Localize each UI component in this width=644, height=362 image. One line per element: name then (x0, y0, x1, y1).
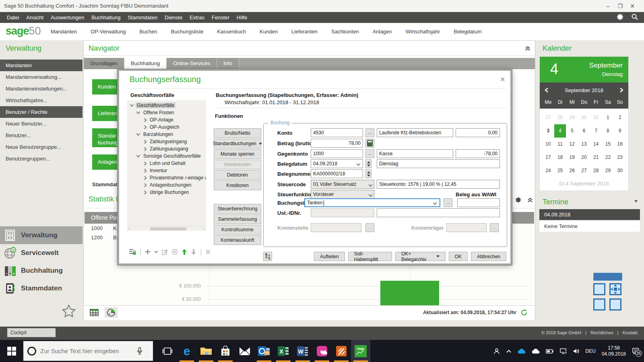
calendar-day[interactable]: 28 (590, 164, 602, 177)
belegdatum-datepicker[interactable]: 04.09.2018 (311, 159, 363, 168)
sidebar-item-benutzer-[interactable]: Benutzer... (0, 130, 83, 141)
nav-op-verwaltung[interactable]: OP-Verwaltung (91, 29, 126, 35)
menu-dienste[interactable]: Dienste (162, 13, 185, 22)
calendar-day[interactable]: 8 (602, 124, 614, 138)
dock-square-move[interactable] (609, 283, 621, 295)
menu-hilfe[interactable]: Hilfe (234, 13, 250, 22)
menu-ansicht[interactable]: Ansicht (23, 13, 46, 22)
calendar-day[interactable]: 7 (590, 124, 602, 138)
dock-bar[interactable] (593, 273, 622, 281)
ok-belegarchiv-button[interactable]: OK+ Belegarchiv (395, 252, 446, 261)
konto-browse-button[interactable]: ... (365, 128, 374, 137)
debitoren-button[interactable]: Debitoren (214, 170, 261, 180)
scrollbar-thumb[interactable] (150, 227, 186, 230)
module-buchhaltung[interactable]: Buchhaltung (0, 262, 83, 280)
calendar-day[interactable]: 21 (590, 151, 602, 164)
menu-fenster[interactable]: Fenster (209, 13, 232, 22)
tree-item-barzahlungen[interactable]: Barzahlungen (127, 131, 206, 138)
tray-chevron-icon[interactable] (506, 349, 512, 353)
tree-item-offene-posten[interactable]: Offene Posten (127, 109, 206, 116)
menu-stammdaten[interactable]: Stammdaten (125, 13, 160, 22)
standardbuchungen-button[interactable]: Standardbuchungen (214, 139, 261, 148)
settings-gear-icon[interactable] (617, 13, 624, 21)
chevron-right-icon[interactable] (143, 190, 147, 194)
nav-buchen[interactable]: Buchen (140, 29, 157, 35)
chevron-right-icon[interactable] (143, 183, 147, 187)
module-verwaltung[interactable]: Verwaltung (0, 226, 83, 244)
chevron-down-icon[interactable] (136, 110, 140, 114)
select-arrow-icon[interactable] (369, 193, 373, 197)
search-input[interactable] (40, 348, 133, 354)
menu-buchhaltung[interactable]: Buchhaltung (89, 13, 123, 22)
search-icon[interactable] (631, 13, 638, 21)
sidebar-item-benutzergruppen-[interactable]: Benutzergruppen... (0, 153, 83, 165)
action-center-icon[interactable]: 26 (632, 348, 639, 355)
calendar-day[interactable]: 16 (614, 138, 626, 151)
taskbar-app-explorer[interactable] (196, 340, 216, 362)
menu-datei[interactable]: Datei (4, 13, 22, 22)
konto-desc-field[interactable] (377, 128, 453, 137)
tree-delete-icon[interactable] (205, 249, 211, 255)
chevron-right-icon[interactable] (143, 118, 147, 122)
calendar-day[interactable]: 17 (542, 151, 554, 164)
network-icon[interactable] (560, 348, 567, 354)
calendar-day[interactable]: 2 (614, 111, 626, 124)
tree-item-op-anlage[interactable]: OP-Anlage (127, 116, 206, 123)
konto-input[interactable] (311, 128, 363, 137)
belegdatum-spinner[interactable] (365, 159, 372, 168)
calendar-day[interactable]: 27 (578, 164, 590, 177)
calendar-prev-icon[interactable] (545, 88, 549, 93)
dock-square[interactable] (593, 298, 605, 311)
favorites-star-icon[interactable] (61, 304, 76, 319)
taskbar-app-sage[interactable]: sage (351, 340, 370, 362)
chevron-right-icon[interactable] (143, 125, 147, 129)
steuerfunktion-select[interactable]: Vorsteuer (311, 190, 374, 199)
sidebar-item-mandanteneinstellungen-[interactable]: Mandanteneinstellungen... (0, 83, 83, 95)
tree-add-icon[interactable] (145, 249, 151, 255)
gegenkonto-amount-field[interactable] (456, 149, 500, 158)
restore-button[interactable]: ❐ (615, 2, 625, 10)
cortana-icon[interactable] (27, 347, 36, 356)
calendar-next-icon[interactable] (619, 88, 623, 93)
nav-mandanten[interactable]: Mandanten (51, 29, 77, 35)
speaker-icon[interactable] (573, 348, 580, 354)
calendar-day[interactable]: 12 (566, 138, 578, 151)
tree-item-op-ausgleich[interactable]: OP-Ausgleich (127, 123, 206, 131)
cockpit-button[interactable]: Cockpit (7, 328, 56, 337)
tab-grundlagen[interactable]: Grundlagen (84, 58, 124, 69)
menu-auswertungen[interactable]: Auswertungen (48, 13, 87, 22)
rechtliches-link[interactable]: Rechtliches (590, 330, 613, 335)
nav-sachkonten[interactable]: Sachkonten (331, 29, 359, 35)
taskbar-app-excel[interactable]: X (274, 340, 293, 362)
gegenkonto-browse-button[interactable]: ... (365, 149, 374, 158)
scroll-left-icon[interactable]: ‹ (128, 227, 130, 231)
calendar-day[interactable]: 26 (566, 164, 578, 177)
nav-lieferanten[interactable]: Lieferanten (291, 29, 318, 35)
steuercode-info-field[interactable] (377, 180, 500, 189)
chevron-down-icon[interactable] (136, 132, 140, 136)
chevron-right-icon[interactable] (143, 176, 147, 180)
calendar-day[interactable]: 30 (578, 111, 590, 124)
betrag-input[interactable] (311, 139, 363, 148)
buchungstext-combo[interactable]: Tanken (304, 198, 440, 207)
chevron-down-icon[interactable] (136, 154, 140, 158)
tree-item-lohn-und-gehalt[interactable]: Lohn und Gehalt (127, 160, 206, 167)
calendar-day[interactable]: 9 (614, 124, 626, 138)
battery-icon[interactable] (546, 349, 554, 354)
taskbar-app-app-orange[interactable] (332, 340, 351, 362)
kreditoren-button[interactable]: Kreditoren (214, 181, 261, 190)
pie-view-icon[interactable] (105, 307, 118, 318)
start-button[interactable] (0, 340, 23, 362)
sidebar-item-wirtschaftsjahre-[interactable]: Wirtschaftsjahre... (0, 95, 83, 106)
combo-arrow-icon[interactable] (433, 201, 437, 205)
calendar-day-selected[interactable]: 4 (554, 124, 566, 138)
nav-anlagen[interactable]: Anlagen (373, 29, 392, 35)
language-indicator[interactable]: DEU (586, 348, 596, 354)
taskbar-app-store[interactable] (216, 340, 235, 362)
calculator-icon[interactable] (365, 139, 374, 148)
calendar-day[interactable]: 15 (602, 138, 614, 151)
microphone-icon[interactable] (137, 347, 142, 355)
chevron-right-icon[interactable] (143, 169, 147, 173)
tab-online-services[interactable]: Online-Services (167, 58, 217, 69)
belegnummer-input[interactable] (311, 169, 363, 178)
